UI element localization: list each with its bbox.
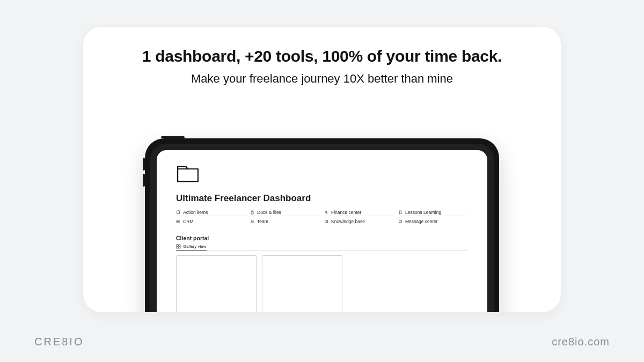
link-label: Team [257,219,268,224]
page-title: Ultimate Freelancer Dashboard [176,193,468,204]
gallery-card[interactable] [176,255,257,313]
link-lessons-learning[interactable]: Lessons Learning [398,209,468,216]
link-knowledge-base[interactable]: Knowledge base [324,218,394,225]
svg-rect-0 [177,211,180,214]
dollar-icon [324,210,328,215]
link-finance-center[interactable]: Finance center [324,209,394,216]
link-docs-files[interactable]: Docs & files [250,209,320,216]
promo-card: 1 dashboard, +20 tools, 100% of your tim… [83,27,561,312]
link-message-center[interactable]: Message center [398,218,468,225]
svg-point-7 [253,220,254,221]
people-icon [250,219,254,224]
gallery-icon [176,244,181,249]
svg-rect-1 [178,211,179,211]
file-icon [250,210,254,215]
tab-gallery-view[interactable]: Gallery view [176,244,207,250]
tablet-screen: Ultimate Freelancer Dashboard Action ite… [157,150,487,312]
svg-point-6 [251,220,252,221]
bookmark-icon [398,210,402,215]
clipboard-icon [176,210,180,215]
subline: Make your freelance journey 10X better t… [83,72,561,86]
book-icon [324,219,328,224]
gallery-row [176,255,468,313]
brand-url: cre8io.com [552,336,610,348]
folder-icon [176,164,200,183]
svg-rect-12 [179,247,180,248]
link-team[interactable]: Team [250,218,320,225]
divider [176,250,468,251]
card-icon [176,219,180,224]
svg-rect-10 [179,245,180,246]
gallery-card[interactable] [262,255,342,313]
link-action-items[interactable]: Action items [176,209,246,216]
link-label: Knowledge base [331,219,365,224]
link-label: Message center [405,219,437,224]
tablet-mockup: Ultimate Freelancer Dashboard Action ite… [145,138,499,312]
link-label: Lessons Learning [405,210,441,215]
link-label: Finance center [331,210,361,215]
link-label: Action items [183,210,208,215]
headline: 1 dashboard, +20 tools, 100% of your tim… [83,47,561,65]
svg-point-3 [177,221,178,221]
dashboard-links: Action items Docs & files [176,209,468,225]
link-crm[interactable]: CRM [176,218,246,225]
brand-logo-text: CRE8IO [34,336,84,348]
svg-rect-11 [177,247,178,248]
section-title: Client portal [176,235,468,241]
chat-icon [398,219,402,224]
view-tab-label: Gallery view [183,244,207,249]
link-label: Docs & files [257,210,281,215]
link-label: CRM [183,219,193,224]
svg-rect-9 [177,245,178,246]
